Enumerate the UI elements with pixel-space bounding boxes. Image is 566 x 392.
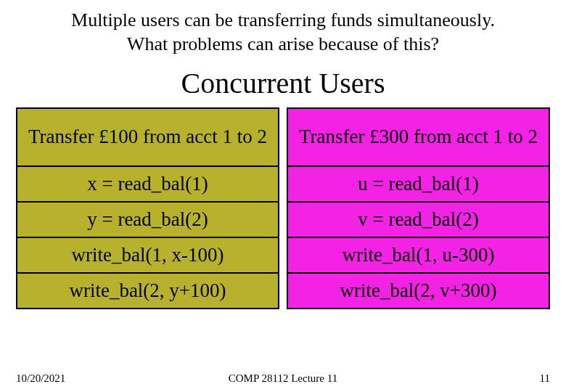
footer-course: COMP 28112 Lecture 11 xyxy=(194,372,372,385)
left-row-4: write_bal(2, y+100) xyxy=(16,272,279,309)
lead-line-2: What problems can arise because of this? xyxy=(127,33,439,54)
columns: Transfer £100 from acct 1 to 2 x = read_… xyxy=(13,107,553,309)
left-column: Transfer £100 from acct 1 to 2 x = read_… xyxy=(16,107,279,309)
footer-page: 11 xyxy=(372,372,566,385)
lead-text: Multiple users can be transferring funds… xyxy=(13,9,553,56)
right-row-4: write_bal(2, v+300) xyxy=(287,272,550,309)
lead-line-1: Multiple users can be transferring funds… xyxy=(71,9,495,30)
left-header-cell: Transfer £100 from acct 1 to 2 xyxy=(16,107,279,167)
right-row-2: v = read_bal(2) xyxy=(287,201,550,238)
slide: Multiple users can be transferring funds… xyxy=(0,0,566,392)
left-row-2: y = read_bal(2) xyxy=(16,201,279,238)
right-column: Transfer £300 from acct 1 to 2 u = read_… xyxy=(287,107,550,309)
slide-title: Concurrent Users xyxy=(13,66,553,100)
right-header-cell: Transfer £300 from acct 1 to 2 xyxy=(287,107,550,167)
right-row-1: u = read_bal(1) xyxy=(287,166,550,203)
footer: 10/20/2021 COMP 28112 Lecture 11 11 xyxy=(0,372,566,385)
right-row-3: write_bal(1, u-300) xyxy=(287,237,550,274)
footer-date: 10/20/2021 xyxy=(0,372,194,385)
left-row-1: x = read_bal(1) xyxy=(16,166,279,203)
left-row-3: write_bal(1, x-100) xyxy=(16,237,279,274)
